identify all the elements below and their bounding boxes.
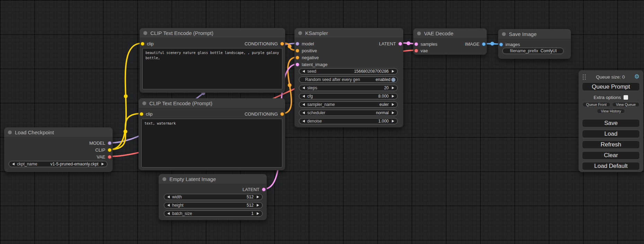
output-slot-conditioning[interactable] [280, 112, 284, 116]
random-seed-toggle[interactable]: Random seed after every gen enabled [299, 76, 398, 83]
output-slot-latent[interactable] [398, 42, 402, 46]
widget-value: 156680208700286 [354, 69, 389, 74]
node-save-image[interactable]: Save Image images filename_prefix ComfyU… [498, 29, 571, 59]
next-value-arrow-icon[interactable] [392, 103, 394, 106]
prev-value-arrow-icon[interactable] [167, 204, 170, 207]
widget-value: enabled [376, 77, 390, 82]
next-value-arrow-icon[interactable] [257, 204, 259, 207]
node-empty-latent-image[interactable]: Empty Latent Image LATENT width 512 heig… [159, 174, 267, 220]
input-slot-images[interactable] [499, 43, 503, 46]
node-title-bar[interactable]: VAE Decode [413, 28, 487, 38]
input-slot-clip[interactable] [141, 42, 144, 46]
next-value-arrow-icon[interactable] [257, 196, 259, 198]
prev-value-arrow-icon[interactable] [302, 111, 305, 114]
queue-front-button[interactable]: Queue Front [582, 102, 610, 107]
load-button[interactable]: Load [582, 130, 640, 138]
input-slot-negative[interactable] [295, 56, 299, 60]
node-title-bar[interactable]: CLIP Text Encode (Prompt) [140, 28, 285, 38]
seed-stepper[interactable]: seed 156680208700286 [299, 68, 398, 74]
output-slot-clip[interactable] [108, 148, 112, 152]
prompt-textarea[interactable]: text, watermark [141, 119, 282, 168]
cfg-stepper[interactable]: cfg 8.000 [299, 93, 398, 99]
node-title-bar[interactable]: Load Checkpoint [4, 127, 113, 137]
prompt-textarea[interactable]: beautiful scenery nature glass bottle la… [142, 48, 282, 89]
widget-label: cfg [307, 94, 313, 99]
output-label-latent: LATENT [242, 187, 259, 192]
next-value-arrow-icon[interactable] [392, 70, 394, 73]
toggle-knob-icon[interactable] [391, 78, 396, 82]
widget-value: v1-5-pruned-emaonly.ckpt [50, 162, 98, 166]
denoise-stepper[interactable]: denoise 1.000 [299, 118, 398, 124]
output-label-vae: VAE [97, 154, 105, 160]
collapse-dot-icon[interactable] [502, 32, 506, 36]
settings-gear-icon[interactable]: ⚙ [634, 74, 639, 80]
prev-value-arrow-icon[interactable] [302, 103, 305, 106]
input-slot-vae[interactable] [414, 49, 418, 53]
sampler-name-combo[interactable]: sampler_name euler [299, 101, 398, 108]
prev-value-arrow-icon[interactable] [302, 120, 305, 123]
load-default-button[interactable]: Load Default [582, 162, 640, 170]
prev-value-arrow-icon[interactable] [302, 95, 305, 98]
node-title-bar[interactable]: CLIP Text Encode (Prompt) [139, 98, 285, 108]
input-slot-positive[interactable] [295, 49, 299, 53]
refresh-button[interactable]: Refresh [582, 141, 640, 149]
collapse-dot-icon[interactable] [8, 130, 12, 134]
output-slot-vae[interactable] [108, 155, 112, 159]
input-slot-model[interactable] [295, 42, 299, 46]
prev-value-arrow-icon[interactable] [167, 212, 170, 215]
output-label-conditioning: CONDITIONING [245, 41, 278, 46]
node-vae-decode[interactable]: VAE Decode samples IMAGE vae [413, 28, 487, 55]
collapse-dot-icon[interactable] [142, 101, 146, 105]
node-load-checkpoint[interactable]: Load Checkpoint MODEL CLIP VAE ckpt_name… [4, 127, 113, 172]
widget-value: 512 [247, 203, 254, 208]
output-slot-conditioning[interactable] [280, 42, 284, 46]
next-value-arrow-icon[interactable] [392, 120, 394, 123]
next-value-arrow-icon[interactable] [392, 111, 394, 114]
scheduler-combo[interactable]: scheduler normal [299, 110, 398, 116]
output-label-image: IMAGE [465, 42, 479, 47]
next-value-arrow-icon[interactable] [257, 212, 259, 215]
node-ksampler[interactable]: KSampler model LATENT positive negative … [294, 28, 403, 127]
drag-handle-icon[interactable] [582, 74, 586, 80]
output-slot-latent[interactable] [262, 188, 266, 191]
view-history-button[interactable]: View History [597, 109, 625, 114]
batch-size-stepper[interactable]: batch_size 1 [164, 210, 263, 217]
next-value-arrow-icon[interactable] [102, 163, 104, 165]
width-stepper[interactable]: width 512 [164, 194, 263, 200]
widget-label: denoise [307, 119, 322, 124]
prev-value-arrow-icon[interactable] [167, 196, 170, 198]
collapse-dot-icon[interactable] [298, 31, 302, 35]
view-queue-button[interactable]: View Queue [612, 102, 639, 107]
prev-value-arrow-icon[interactable] [302, 70, 305, 73]
node-title-bar[interactable]: KSampler [294, 28, 403, 38]
node-clip-text-encode-positive[interactable]: CLIP Text Encode (Prompt) clip CONDITION… [140, 28, 285, 93]
steps-stepper[interactable]: steps 20 [299, 85, 398, 91]
ckpt-name-combo[interactable]: ckpt_name v1-5-pruned-emaonly.ckpt [9, 161, 107, 167]
widget-label: Random seed after every gen [305, 77, 360, 82]
node-title-bar[interactable]: Empty Latent Image [159, 174, 267, 184]
output-slot-model[interactable] [108, 141, 112, 145]
node-title: KSampler [305, 30, 328, 36]
input-slot-samples[interactable] [414, 42, 418, 46]
prev-value-arrow-icon[interactable] [12, 163, 15, 165]
save-button[interactable]: Save [582, 119, 640, 127]
next-value-arrow-icon[interactable] [392, 95, 394, 98]
collapse-dot-icon[interactable] [162, 177, 166, 181]
clear-button[interactable]: Clear [582, 151, 640, 160]
queue-prompt-button[interactable]: Queue Prompt [582, 82, 640, 91]
next-value-arrow-icon[interactable] [392, 87, 394, 89]
filename-prefix-field[interactable]: filename_prefix ComfyUI [502, 48, 564, 54]
prev-value-arrow-icon[interactable] [302, 87, 305, 89]
widget-value: normal [376, 110, 389, 115]
height-stepper[interactable]: height 512 [164, 202, 263, 208]
input-slot-clip[interactable] [140, 112, 143, 116]
output-slot-image[interactable] [482, 42, 486, 46]
collapse-dot-icon[interactable] [143, 31, 147, 35]
widget-label: filename_prefix [510, 48, 538, 53]
collapse-dot-icon[interactable] [417, 31, 421, 35]
input-slot-latent-image[interactable] [295, 63, 299, 66]
extra-options-checkbox[interactable] [624, 95, 628, 100]
node-clip-text-encode-negative[interactable]: CLIP Text Encode (Prompt) clip CONDITION… [139, 98, 285, 170]
node-title-bar[interactable]: Save Image [498, 29, 571, 39]
input-label-latent-image: latent_image [302, 62, 327, 67]
